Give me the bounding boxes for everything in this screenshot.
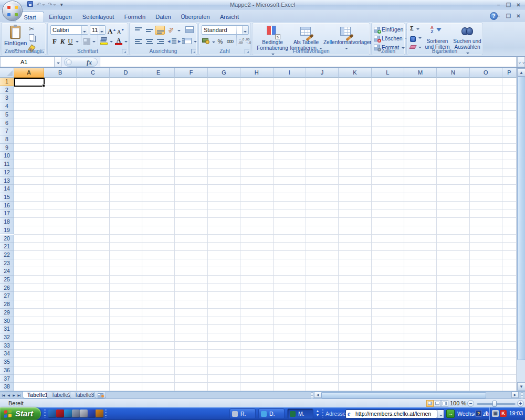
quicktime-icon[interactable] <box>88 410 96 417</box>
fill-color-dropdown[interactable] <box>108 37 113 46</box>
column-header-F[interactable]: F <box>175 68 207 78</box>
messenger-icon[interactable]: ? <box>475 410 482 417</box>
row-header-7[interactable]: 7 <box>0 127 14 135</box>
align-middle-button[interactable] <box>144 26 154 35</box>
zoom-in-button[interactable]: + <box>517 400 524 407</box>
workbook-close-button[interactable]: ✕ <box>514 13 523 20</box>
taskbar-window-r[interactable]: R. <box>229 408 256 419</box>
insert-function-button[interactable]: fx <box>64 58 98 67</box>
tab-scrollbar-splitter[interactable] <box>311 392 313 398</box>
row-header-25[interactable]: 25 <box>0 276 14 284</box>
bold-button[interactable]: F <box>51 37 58 46</box>
schriftart-dialog-launcher[interactable] <box>122 49 127 54</box>
wrap-text-button[interactable] <box>185 26 194 33</box>
internet-explorer-icon[interactable] <box>48 410 56 417</box>
customize-qat-button[interactable]: ▾ <box>58 1 65 9</box>
row-header-9[interactable]: 9 <box>0 144 14 152</box>
ribbon-tab-daten[interactable]: Daten <box>150 12 176 22</box>
row-header-23[interactable]: 23 <box>0 259 14 268</box>
scroll-down-button[interactable]: ▼ <box>517 382 525 391</box>
row-header-37[interactable]: 37 <box>0 375 14 383</box>
increase-decimal-button[interactable]: ←,0,00 <box>238 38 244 45</box>
workbook-minimize-button[interactable]: – <box>494 13 503 20</box>
column-header-M[interactable]: M <box>404 68 437 78</box>
align-left-button[interactable] <box>133 37 143 46</box>
ribbon-tab-einfügen[interactable]: Einfügen <box>44 12 77 22</box>
redo-button[interactable]: ↷ <box>47 1 57 9</box>
row-header-16[interactable]: 16 <box>0 202 14 210</box>
align-right-button[interactable] <box>155 37 165 46</box>
row-header-20[interactable]: 20 <box>0 235 14 243</box>
row-header-3[interactable]: 3 <box>0 94 14 102</box>
column-header-A[interactable]: A <box>14 68 44 78</box>
show-desktop-icon[interactable] <box>72 410 80 417</box>
normal-view-button[interactable] <box>426 400 434 407</box>
delete-cells-button[interactable]: ×Löschen <box>374 34 408 43</box>
taskbar-window-d[interactable]: D. <box>258 408 285 419</box>
row-header-17[interactable]: 17 <box>0 209 14 218</box>
row-header-8[interactable]: 8 <box>0 135 14 144</box>
first-sheet-button[interactable]: |◀ <box>1 392 6 398</box>
go-button[interactable]: → <box>446 410 455 418</box>
address-dropdown[interactable] <box>437 410 444 418</box>
address-input[interactable]: e http://members.chello.at/lernen <box>345 410 437 418</box>
ribbon-tab-überprüfen[interactable]: Überprüfen <box>176 12 214 22</box>
row-header-1[interactable]: 1 <box>0 78 14 86</box>
save-button[interactable] <box>25 1 35 9</box>
row-header-15[interactable]: 15 <box>0 193 14 202</box>
row-header-30[interactable]: 30 <box>0 317 14 326</box>
row-header-29[interactable]: 29 <box>0 309 14 317</box>
page-break-view-button[interactable] <box>441 400 448 407</box>
zoom-slider-thumb[interactable] <box>492 401 497 407</box>
office-button[interactable] <box>2 1 23 21</box>
column-header-G[interactable]: G <box>208 68 240 78</box>
row-header-11[interactable]: 11 <box>0 160 14 169</box>
fill-button[interactable]: ↓ <box>410 34 424 42</box>
row-header-10[interactable]: 10 <box>0 152 14 160</box>
vertical-scroll-thumb[interactable] <box>517 77 525 360</box>
row-header-12[interactable]: 12 <box>0 169 14 177</box>
row-header-4[interactable]: 4 <box>0 102 14 111</box>
underline-button[interactable]: U <box>67 37 74 46</box>
fill-color-button[interactable] <box>100 37 108 45</box>
tray-volume-icon[interactable]: ▣ <box>492 410 499 417</box>
column-header-N[interactable]: N <box>437 68 469 78</box>
column-header-I[interactable]: I <box>274 68 306 78</box>
app-orange-icon[interactable] <box>96 410 103 417</box>
name-box[interactable]: A1 <box>0 57 55 67</box>
close-button[interactable]: ✕ <box>514 2 523 9</box>
select-all-button[interactable] <box>0 68 14 78</box>
column-header-L[interactable]: L <box>372 68 404 78</box>
italic-button[interactable]: K <box>59 37 66 46</box>
row-header-13[interactable]: 13 <box>0 177 14 185</box>
ausrichtung-dialog-launcher[interactable] <box>191 49 196 54</box>
browser-icon[interactable] <box>64 410 72 417</box>
media-player-icon[interactable] <box>56 410 64 417</box>
taskbar-window-m[interactable]: M. <box>287 408 313 419</box>
formula-input[interactable] <box>100 57 517 67</box>
accounting-format-button[interactable] <box>202 38 210 45</box>
toolbar-chevron-icon[interactable]: ▲▼ <box>314 409 321 417</box>
decrease-indent-button[interactable]: ◀ <box>167 37 178 46</box>
restore-button[interactable]: ❐ <box>504 2 513 9</box>
scroll-left-button[interactable]: ◀ <box>314 392 321 398</box>
vertical-scrollbar[interactable]: ▲ ▼ <box>517 68 525 391</box>
row-header-33[interactable]: 33 <box>0 342 14 350</box>
undo-button[interactable]: ↶ <box>36 1 46 9</box>
row-header-34[interactable]: 34 <box>0 350 14 358</box>
underline-dropdown[interactable] <box>74 37 79 46</box>
number-format-dropdown[interactable] <box>242 26 248 34</box>
font-size-dropdown[interactable] <box>99 26 104 34</box>
zwischenablage-dialog-launcher[interactable] <box>40 49 45 54</box>
last-sheet-button[interactable]: ▶| <box>17 392 22 398</box>
start-button[interactable]: Start <box>0 407 41 420</box>
merge-center-dropdown[interactable] <box>192 37 197 46</box>
row-header-24[interactable]: 24 <box>0 267 14 276</box>
window-resize-splitter[interactable] <box>521 392 523 398</box>
name-box-dropdown[interactable] <box>55 57 61 67</box>
column-header-O[interactable]: O <box>470 68 502 78</box>
column-header-J[interactable]: J <box>306 68 339 78</box>
shrink-font-button[interactable]: A▼ <box>117 25 125 35</box>
zoom-out-button[interactable]: – <box>467 400 474 407</box>
font-color-button[interactable]: A <box>115 37 122 45</box>
